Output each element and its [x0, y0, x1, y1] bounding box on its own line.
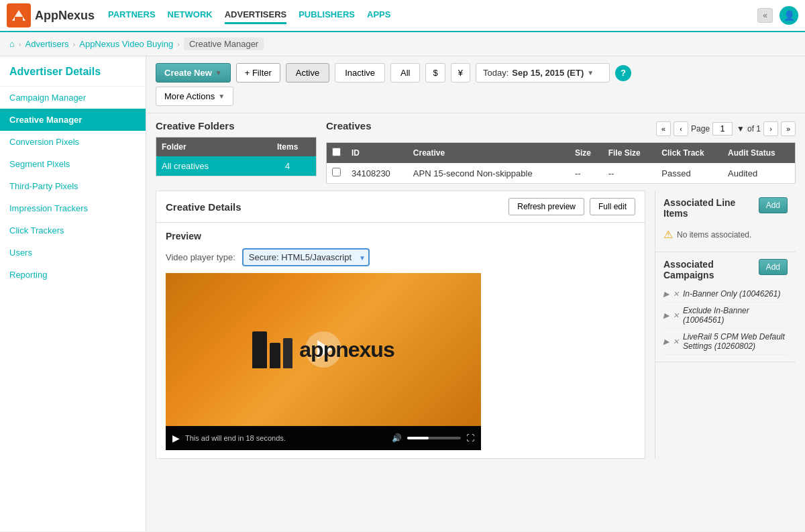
creative-section: Creative Folders Folder Items All creati… [146, 113, 805, 191]
nav-publishers[interactable]: PUBLISHERS [299, 7, 355, 24]
currency-dollar-button[interactable]: $ [425, 63, 445, 83]
sidebar-title: Advertiser Details [0, 66, 146, 87]
no-line-items-message: ⚠ No items associated. [663, 224, 788, 245]
date-label: Today: [483, 68, 508, 78]
video-text: appnexus [299, 337, 394, 362]
play-control-icon[interactable]: ▶ [172, 433, 180, 443]
breadcrumb-home-icon[interactable]: ⌂ [9, 39, 15, 49]
date-dropdown-arrow: ▼ [587, 69, 594, 76]
nav-partners[interactable]: PARTNERS [108, 7, 156, 24]
collapse-button[interactable]: « [757, 8, 773, 23]
video-player[interactable]: appnexus ▶ This ad will end in 18 second… [166, 273, 481, 450]
sidebar-item-click-trackers[interactable]: Click Trackers [0, 219, 146, 242]
details-title: Creative Details [166, 201, 241, 213]
campaign-remove-icon-1[interactable]: ✕ [673, 311, 679, 320]
line-items-header: Associated Line Items Add [663, 197, 788, 219]
player-type-label: Video player type: [166, 252, 235, 262]
folders-title: Creative Folders [156, 120, 317, 131]
creative-details-panel: Creative Details Refresh preview Full ed… [156, 191, 645, 459]
campaign-remove-icon-0[interactable]: ✕ [673, 290, 679, 299]
pagination-next[interactable]: › [763, 121, 778, 136]
campaigns-title: Associated Campaigns [663, 259, 759, 280]
page-of: of 1 [747, 124, 761, 134]
details-body: Preview Video player type: Secure: HTML5… [156, 223, 645, 458]
folder-name-cell: All creatives [156, 156, 260, 176]
more-actions-button[interactable]: More Actions ▼ [156, 87, 233, 106]
folders-panel: Creative Folders Folder Items All creati… [156, 120, 317, 184]
pagination-first[interactable]: « [656, 121, 671, 136]
campaign-remove-icon-2[interactable]: ✕ [673, 337, 679, 346]
volume-progress-bar[interactable] [407, 437, 461, 439]
fullscreen-icon[interactable]: ⛶ [466, 433, 474, 443]
pagination-prev[interactable]: ‹ [674, 121, 688, 136]
breadcrumb-sep-2: › [73, 40, 76, 48]
add-campaign-button[interactable]: Add [759, 259, 788, 275]
creative-row[interactable]: 34108230 APN 15-second Non-skippable -- … [327, 163, 796, 184]
video-background: appnexus [166, 273, 481, 426]
date-value: Sep 15, 2015 (ET) [512, 68, 584, 78]
status-active-button[interactable]: Active [286, 63, 329, 83]
col-click-track: Click Track [656, 143, 722, 164]
player-type-select[interactable]: Secure: HTML5/Javascript [242, 248, 370, 266]
details-actions: Refresh preview Full edit [508, 198, 635, 215]
sidebar-item-impression-trackers[interactable]: Impression Trackers [0, 197, 146, 219]
toolbar: Create New ▼ + Filter Active Inactive Al… [146, 56, 805, 113]
folder-row-all-creatives[interactable]: All creatives 4 [156, 156, 317, 176]
sidebar-item-reporting[interactable]: Reporting [0, 264, 146, 286]
row-creative-name: APN 15-second Non-skippable [408, 163, 570, 184]
campaign-label-0: In-Banner Only (10046261) [683, 289, 780, 299]
sidebar-item-third-party-pixels[interactable]: Third-Party Pixels [0, 175, 146, 197]
campaign-label-1: Exclude In-Banner (10064561) [683, 306, 788, 325]
page-label: Page [691, 124, 710, 134]
add-line-item-button[interactable]: Add [759, 197, 788, 213]
breadcrumb-sep-3: › [177, 40, 180, 48]
no-items-text: No items associated. [677, 230, 751, 240]
row-checkbox-cell [327, 163, 347, 184]
full-edit-button[interactable]: Full edit [590, 198, 635, 215]
nav-network[interactable]: NETWORK [168, 7, 213, 24]
creatives-table: ID Creative Size File Size Click Track A… [326, 142, 796, 184]
col-creative: Creative [408, 143, 570, 164]
toolbar-row-1: Create New ▼ + Filter Active Inactive Al… [156, 63, 631, 83]
status-inactive-button[interactable]: Inactive [335, 63, 385, 83]
campaign-item-1: ▶ ✕ Exclude In-Banner (10064561) [663, 303, 788, 329]
campaign-label-2: LiveRail 5 CPM Web Default Settings (102… [683, 332, 788, 351]
volume-icon[interactable]: 🔊 [392, 433, 402, 443]
content-area: Create New ▼ + Filter Active Inactive Al… [146, 56, 805, 531]
currency-yen-button[interactable]: ¥ [451, 63, 470, 83]
breadcrumb-advertisers[interactable]: Advertisers [25, 39, 69, 49]
nav-apps[interactable]: APPS [367, 7, 390, 24]
breadcrumb-video-buying[interactable]: AppNexus Video Buying [79, 39, 173, 49]
create-new-button[interactable]: Create New ▼ [156, 63, 231, 83]
nav-advertisers[interactable]: ADVERTISERS [225, 7, 286, 24]
col-file-size: File Size [603, 143, 657, 164]
sidebar-item-conversion-pixels[interactable]: Conversion Pixels [0, 131, 146, 153]
sidebar-item-campaign-manager[interactable]: Campaign Manager [0, 87, 146, 109]
row-checkbox[interactable] [332, 168, 341, 176]
page-input[interactable] [712, 122, 733, 136]
help-button[interactable]: ? [615, 65, 631, 81]
sidebar-item-users[interactable]: Users [0, 242, 146, 264]
top-navigation: AppNexus PARTNERS NETWORK ADVERTISERS PU… [0, 0, 805, 32]
col-id: ID [346, 143, 408, 164]
nav-links: PARTNERS NETWORK ADVERTISERS PUBLISHERS … [108, 7, 757, 24]
main-layout: Advertiser Details Campaign Manager Crea… [0, 56, 805, 531]
date-selector[interactable]: Today: Sep 15, 2015 (ET) ▼ [476, 63, 610, 83]
player-type-row: Video player type: Secure: HTML5/Javascr… [166, 248, 635, 266]
pagination-last[interactable]: » [781, 121, 796, 136]
filter-button[interactable]: + Filter [236, 63, 280, 83]
user-avatar-icon[interactable]: 👤 [780, 6, 798, 25]
campaign-item-0: ▶ ✕ In-Banner Only (10046261) [663, 286, 788, 303]
associated-line-items-section: Associated Line Items Add ⚠ No items ass… [655, 191, 796, 252]
campaign-arrow-icon-1: ▶ [663, 311, 669, 320]
svg-rect-2 [15, 17, 23, 21]
status-all-button[interactable]: All [390, 63, 420, 83]
select-all-checkbox[interactable] [332, 148, 341, 156]
refresh-preview-button[interactable]: Refresh preview [508, 198, 584, 215]
warning-icon: ⚠ [663, 228, 673, 241]
creatives-title: Creatives [326, 120, 372, 131]
col-size: Size [570, 143, 603, 164]
sidebar-item-segment-pixels[interactable]: Segment Pixels [0, 153, 146, 175]
sidebar-item-creative-manager[interactable]: Creative Manager [0, 109, 146, 131]
logo-area: AppNexus [7, 3, 95, 28]
